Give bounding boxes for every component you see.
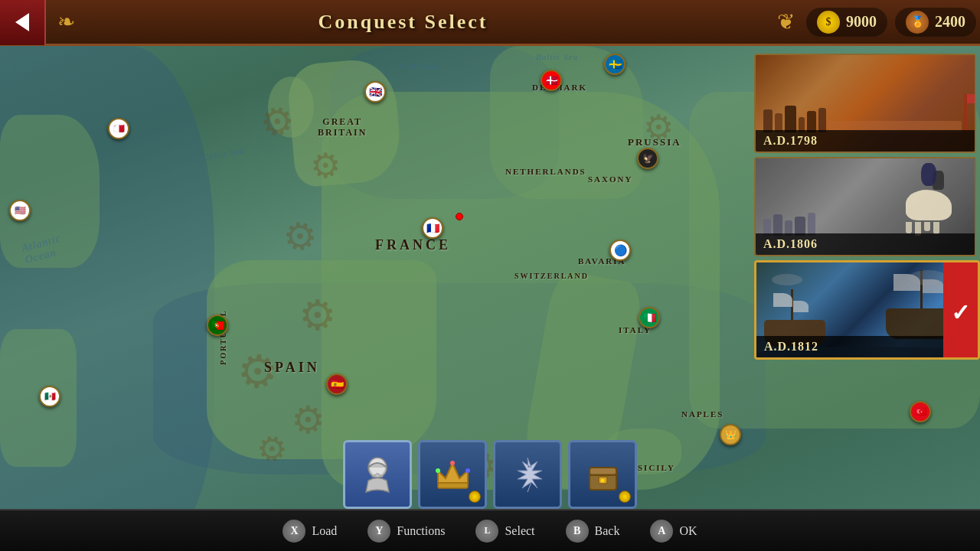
- marker-spain[interactable]: 🇪🇸: [326, 373, 348, 395]
- bottom-control-bar: X Load Y Functions L Select B Back A OK: [0, 509, 980, 551]
- scenario-1806-year: A.D.1806: [756, 233, 975, 255]
- a-button[interactable]: A: [650, 520, 673, 543]
- marker-usa[interactable]: 🇺🇸: [9, 200, 31, 221]
- territory-hatch-10: ⚙: [643, 107, 674, 148]
- load-label: Load: [312, 524, 337, 538]
- treasury-button[interactable]: [568, 440, 637, 509]
- back-button[interactable]: [0, 0, 46, 45]
- crown-badge: [469, 491, 481, 503]
- fleur-right-icon: ❦: [777, 9, 795, 34]
- medal-icon: 🏅: [906, 11, 929, 34]
- back-arrow-icon: [15, 13, 29, 31]
- functions-label: Functions: [397, 524, 445, 538]
- header-bar: ❧ Conquest Select ❦ $ 9000 🏅 2400: [0, 0, 980, 46]
- scenario-panel: A.D.1798: [750, 50, 980, 364]
- marker-italy[interactable]: 🇮🇹: [639, 307, 660, 328]
- back-label: Back: [595, 524, 620, 538]
- military-button[interactable]: [493, 440, 562, 509]
- medal-value: 2400: [935, 13, 965, 31]
- scenario-1798-year: A.D.1798: [756, 130, 975, 152]
- gold-icon: $: [817, 11, 840, 34]
- select-label: Select: [505, 524, 534, 538]
- b-button[interactable]: B: [566, 520, 589, 543]
- marker-naples[interactable]: 👑: [720, 424, 741, 445]
- l-button[interactable]: L: [475, 520, 498, 543]
- commanders-icon: [357, 454, 399, 496]
- control-select: L Select: [475, 520, 534, 543]
- page-title: Conquest Select: [41, 11, 766, 34]
- svg-point-4: [436, 468, 440, 473]
- medal-currency-block: 🏅 2400: [895, 8, 976, 37]
- gold-value: 9000: [846, 13, 877, 31]
- marker-denmark[interactable]: 🇩🇰: [541, 70, 562, 91]
- svg-point-3: [450, 461, 455, 465]
- treasury-badge: [619, 491, 631, 503]
- territory-hatch-4: ⚙: [299, 291, 336, 340]
- celtic-sea-label: Celtic Sea: [202, 145, 245, 161]
- bottom-icon-bar: [343, 440, 637, 509]
- control-load: X Load: [283, 520, 337, 543]
- marker-malta[interactable]: 🇲🇹: [108, 118, 129, 139]
- scenario-1812[interactable]: A.D.1812 ✓: [754, 260, 980, 360]
- svg-rect-10: [590, 474, 616, 476]
- ok-label: OK: [679, 524, 697, 538]
- military-icon: [507, 454, 549, 496]
- scenario-1806[interactable]: A.D.1806: [754, 157, 976, 256]
- scenario-1798[interactable]: A.D.1798: [754, 54, 976, 153]
- commanders-button[interactable]: [343, 440, 412, 509]
- treasury-icon: [582, 454, 624, 496]
- svg-point-9: [600, 478, 604, 482]
- crown-icon: [432, 454, 474, 496]
- marker-red-dot: [456, 213, 463, 220]
- y-button[interactable]: Y: [368, 520, 390, 543]
- marker-portugal[interactable]: 🇵🇹: [207, 315, 228, 336]
- marker-uk[interactable]: 🇬🇧: [364, 81, 386, 103]
- marker-bavaria[interactable]: 🔵: [609, 240, 631, 261]
- territory-hatch-2: ⚙: [310, 145, 341, 186]
- control-back: B Back: [566, 520, 620, 543]
- gold-currency-block: $ 9000: [806, 8, 887, 37]
- control-ok: A OK: [650, 520, 697, 543]
- svg-rect-2: [438, 483, 468, 488]
- territory-hatch-5: ⚙: [235, 343, 281, 400]
- marker-turkey[interactable]: 🇹🇷: [910, 401, 931, 422]
- control-functions: Y Functions: [368, 520, 445, 543]
- marker-sweden[interactable]: 🇸🇪: [604, 54, 626, 75]
- x-button[interactable]: X: [283, 520, 305, 543]
- svg-point-5: [466, 468, 470, 473]
- territory-hatch-3: ⚙: [279, 212, 321, 262]
- marker-mexico[interactable]: 🇲🇽: [39, 386, 60, 407]
- scenario-selected-checkmark[interactable]: ✓: [943, 262, 978, 360]
- marker-france[interactable]: 🇫🇷: [422, 217, 443, 239]
- marker-prussia[interactable]: 🦅: [637, 148, 658, 169]
- crown-button[interactable]: [418, 440, 487, 509]
- territory-hatch-6: ⚙: [291, 398, 325, 442]
